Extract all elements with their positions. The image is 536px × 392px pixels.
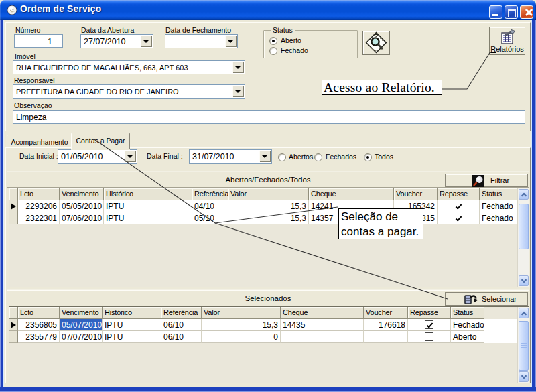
data-fechamento-combobox[interactable] [165,34,238,48]
annotation-line2: contas a pagar. [341,224,423,239]
radio-fechado[interactable] [269,47,277,55]
status-group-label: Status [271,26,295,34]
responsavel-combobox[interactable]: PREFEITURA DA CIDADE DO RIO DE JANEIRO [13,84,245,99]
imovel-value: RUA FIGUEIREDO DE MAGALHÃES, 663, APT 60… [16,64,188,72]
titlebar[interactable]: Ordem de Serviço [0,0,536,20]
relatorios-button[interactable]: Relatórios [489,27,525,55]
annotation-line1: Seleção de [341,210,423,224]
close-icon [527,8,535,17]
data-abertura-label: Data da Abertura [81,26,134,34]
search-button[interactable] [362,31,390,55]
data-abertura-value: 27/07/2010 [84,37,126,46]
annotation-selecao-contas: Seleção de contas a pagar. [338,208,423,239]
annotation-acesso-relatorio: Acesso ao Relatório. [322,80,442,95]
report-table-icon [500,29,517,46]
observacao-input[interactable]: Limpeza [13,110,525,124]
radio-aberto-label[interactable]: Aberto [281,36,302,44]
window-border-bottom [0,387,536,392]
responsavel-value: PREFEITURA DA CIDADE DO RIO DE JANEIRO [16,88,179,96]
app-window: Ordem de Serviço Número 1 Data da Abertu… [0,0,536,392]
header-form-panel: Número 1 Data da Abertura 27/07/2010 Dat… [5,22,531,131]
chevron-down-icon[interactable] [232,62,244,73]
relatorios-button-label: Relatórios [490,45,525,53]
minimize-button[interactable] [489,5,503,19]
responsavel-label: Responsável [14,76,55,84]
search-document-icon [363,31,389,54]
observacao-value: Limpeza [16,113,46,122]
data-abertura-combobox[interactable]: 27/07/2010 [80,34,153,48]
tab-page [5,147,531,383]
tab-acompanhamento[interactable]: Acompanhamento [7,135,72,148]
numero-label: Número [15,26,40,34]
radio-fechado-label[interactable]: Fechado [281,46,308,54]
window-border-right [531,20,536,387]
chevron-down-icon[interactable] [141,36,152,47]
imovel-label: Imóvel [15,52,36,60]
chevron-down-icon[interactable] [225,36,237,47]
imovel-combobox[interactable]: RUA FIGUEIREDO DE MAGALHÃES, 663, APT 60… [13,60,245,74]
relatorios-label-rest: elatórios [496,45,524,53]
window-title: Ordem de Serviço [20,4,101,14]
relatorios-accel-letter: R [490,45,496,53]
numero-value: 1 [48,37,52,46]
close-button[interactable] [520,5,533,19]
observacao-label: Observação [14,101,52,109]
data-fechamento-label: Data de Fechamento [165,26,231,34]
chevron-down-icon[interactable] [232,86,244,97]
window-border-left [0,20,4,387]
app-sphere-icon [7,5,17,15]
tab-contas-a-pagar[interactable]: Contas a Pagar [71,133,130,149]
radio-aberto[interactable] [269,37,277,45]
maximize-button[interactable] [505,5,518,19]
numero-input[interactable]: 1 [14,34,63,48]
status-groupbox: Status Aberto Fechado [263,30,358,58]
